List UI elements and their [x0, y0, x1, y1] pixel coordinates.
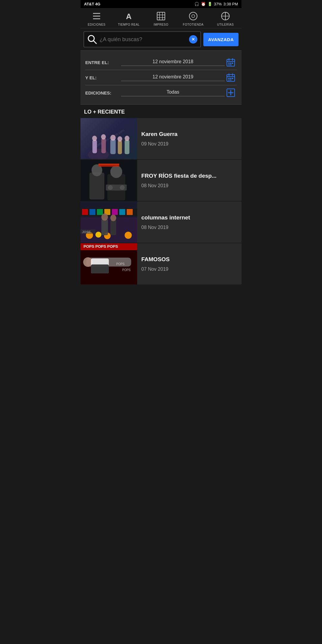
svg-rect-34 — [230, 80, 231, 80]
svg-rect-33 — [228, 80, 230, 80]
filter-section: ENTRE EL: 12 noviembre 2018 Y EL: 12 nov… — [80, 50, 242, 105]
svg-point-53 — [110, 165, 122, 178]
svg-rect-31 — [230, 78, 231, 79]
list-date-1: 09 Nov 2019 — [141, 141, 237, 147]
svg-rect-85 — [91, 264, 109, 273]
avanzada-button[interactable]: AVANZADA — [203, 33, 239, 46]
search-input[interactable] — [100, 36, 187, 43]
svg-rect-45 — [118, 140, 122, 154]
svg-rect-66 — [112, 209, 118, 215]
svg-point-55 — [108, 185, 113, 190]
ediciones-label: EDICIONES — [88, 23, 106, 26]
top-navigation: EDICIONES A TIEMPO REAL IMPRESO — [80, 8, 242, 28]
list-item[interactable]: eCorte.com — [80, 202, 242, 243]
list-info-4: FAMOSOS 07 Nov 2019 — [137, 243, 242, 284]
list-info-1: Karen Guerra 09 Nov 2019 — [137, 118, 242, 159]
svg-rect-47 — [125, 140, 129, 154]
carrier-info: AT&T 4G — [84, 2, 100, 6]
list-date-3: 08 Nov 2019 — [141, 225, 237, 230]
svg-text:POPS: POPS — [116, 262, 125, 266]
calendar-from-button[interactable] — [225, 58, 237, 67]
list-info-3: columnas internet 08 Nov 2019 — [137, 202, 242, 243]
svg-rect-75 — [110, 220, 116, 235]
utileries-icon — [220, 10, 231, 22]
svg-point-9 — [189, 12, 197, 20]
svg-rect-63 — [89, 209, 95, 215]
svg-point-74 — [101, 213, 108, 221]
svg-point-40 — [92, 136, 97, 141]
headphones-icon: 🎧 — [194, 2, 199, 6]
impreso-label: IMPRESO — [154, 23, 168, 26]
impreso-icon — [155, 10, 167, 22]
svg-point-48 — [125, 136, 129, 141]
calendar-to-button[interactable] — [225, 73, 237, 82]
search-section: ✕ AVANZADA — [80, 28, 242, 50]
svg-rect-64 — [97, 209, 103, 215]
editions-add-button[interactable] — [225, 88, 237, 97]
filter-to-value: 12 noviembre 2019 — [121, 74, 225, 81]
nav-ediciones[interactable]: EDICIONES — [80, 10, 113, 26]
fototienda-label: FOTOTIENDA — [183, 23, 203, 26]
list-title-2: FROY RÍOS fiesta de desp... — [141, 172, 237, 180]
filter-editions-label: EDICIONES: — [85, 90, 121, 95]
svg-text:POPS: POPS — [122, 268, 131, 272]
status-bar: AT&T 4G 🎧 ⏰ 🔋 37% 3:38 PM — [80, 0, 242, 8]
filter-editions-value: Todas — [121, 89, 225, 96]
list-title-1: Karen Guerra — [141, 131, 237, 138]
svg-rect-73 — [101, 219, 108, 235]
section-title: LO + RECIENTE — [80, 105, 242, 118]
list-item[interactable]: eCorte.com FROY RÍOS fiesta de desp... 0… — [80, 160, 242, 202]
list-title-3: columnas internet — [141, 214, 237, 222]
svg-point-56 — [120, 185, 125, 190]
filter-to-row: Y EL: 12 noviembre 2019 — [85, 70, 237, 85]
svg-rect-21 — [228, 63, 230, 64]
fototienda-icon — [188, 10, 199, 22]
search-icon — [87, 34, 97, 44]
svg-line-16 — [93, 41, 96, 44]
filter-from-label: ENTRE EL: — [85, 60, 121, 65]
results-list: eCorte.com eCorte.com Karen Guerra 09 No… — [80, 118, 242, 285]
tiempo-real-icon: A — [123, 10, 134, 22]
battery-percent: 37% — [214, 2, 222, 6]
thumbnail-3: eCorte.com — [80, 202, 137, 243]
status-right: 🎧 ⏰ 🔋 37% 3:38 PM — [194, 2, 238, 6]
svg-point-10 — [192, 15, 195, 18]
ediciones-icon — [91, 10, 102, 22]
svg-rect-32 — [232, 78, 233, 79]
clear-search-button[interactable]: ✕ — [189, 35, 197, 44]
time-display: 3:38 PM — [224, 2, 238, 6]
nav-impreso[interactable]: IMPRESO — [145, 10, 177, 26]
svg-rect-58 — [98, 164, 119, 165]
svg-text:A: A — [126, 12, 132, 21]
nav-tiempo-real[interactable]: A TIEMPO REAL — [113, 10, 145, 26]
battery-icon: 🔋 — [208, 2, 212, 6]
svg-rect-24 — [228, 64, 230, 65]
svg-rect-67 — [119, 209, 125, 215]
nav-fototienda[interactable]: FOTOTIENDA — [177, 10, 209, 26]
svg-rect-68 — [127, 209, 133, 215]
svg-rect-43 — [110, 139, 116, 154]
list-item[interactable]: eCorte.com POPS POPS POPS POPS POPS FAMO… — [80, 243, 242, 285]
svg-point-72 — [125, 232, 132, 239]
list-title-4: FAMOSOS — [141, 256, 237, 263]
filter-from-row: ENTRE EL: 12 noviembre 2018 — [85, 55, 237, 70]
svg-text:POPS  POPS  POPS: POPS POPS POPS — [83, 244, 118, 249]
svg-rect-50 — [89, 173, 104, 199]
filter-from-value: 12 noviembre 2018 — [121, 59, 225, 66]
nav-utileries[interactable]: UTILERÍAS — [209, 10, 242, 26]
svg-point-42 — [101, 134, 106, 140]
svg-rect-41 — [101, 138, 106, 153]
svg-point-44 — [110, 135, 116, 141]
svg-rect-30 — [228, 78, 230, 79]
list-info-2: FROY RÍOS fiesta de desp... 08 Nov 2019 — [137, 160, 242, 201]
thumbnail-4: eCorte.com POPS POPS POPS POPS POPS — [80, 243, 137, 284]
alarm-icon: ⏰ — [201, 2, 206, 6]
list-item[interactable]: eCorte.com eCorte.com Karen Guerra 09 No… — [80, 118, 242, 160]
list-date-4: 07 Nov 2019 — [141, 267, 237, 272]
svg-point-76 — [110, 215, 116, 221]
svg-rect-23 — [232, 63, 233, 64]
svg-point-46 — [117, 136, 122, 142]
search-box: ✕ — [83, 31, 201, 47]
filter-to-label: Y EL: — [85, 75, 121, 80]
svg-point-70 — [95, 232, 101, 238]
